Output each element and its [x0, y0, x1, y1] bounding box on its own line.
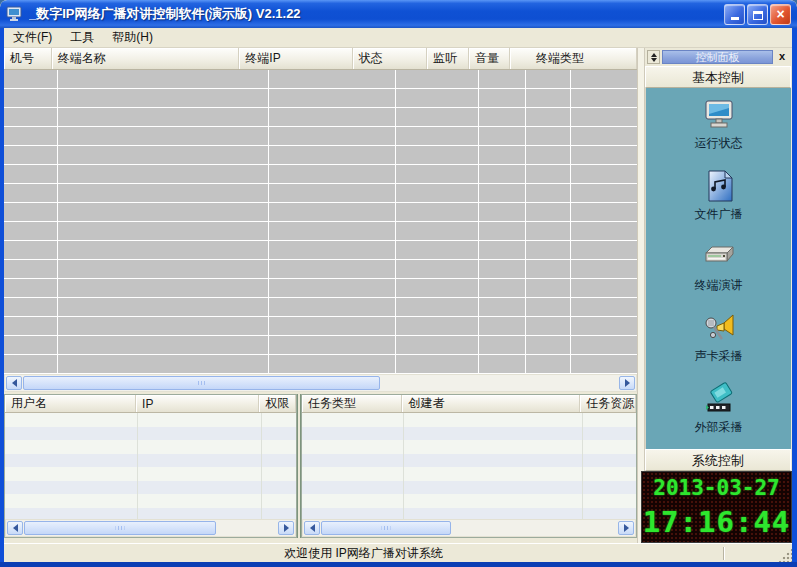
scroll-thumb[interactable] — [24, 521, 216, 535]
clock-date: 2013-03-27 — [642, 473, 791, 503]
users-table-body[interactable] — [5, 413, 296, 519]
basic-control-header[interactable]: 基本控制 — [645, 66, 791, 88]
col-task-resource[interactable]: 任务资源 — [580, 395, 636, 412]
scroll-left-button[interactable] — [6, 376, 22, 390]
users-table-header: 用户名 IP 权限 — [5, 395, 296, 413]
external-capture-item[interactable]: 外部采播 — [695, 382, 743, 436]
grid-line — [268, 70, 269, 374]
control-panel-caption: 控制面板 x — [645, 48, 791, 66]
maximize-button[interactable] — [747, 4, 768, 25]
col-creator[interactable]: 创建者 — [402, 395, 580, 412]
menu-bar: 文件(F) 工具 帮助(H) — [4, 28, 792, 48]
scroll-thumb[interactable] — [321, 521, 451, 535]
arrow-left-icon — [306, 524, 315, 532]
users-hscrollbar — [5, 519, 296, 537]
scroll-track[interactable] — [23, 376, 618, 390]
led-clock: 2013-03-27 17:16:44 — [641, 471, 792, 543]
app-window: _数字IP网络广播对讲控制软件(演示版) V2.1.22 × 文件(F) 工具 … — [0, 0, 797, 567]
run-status-item[interactable]: 运行状态 — [695, 98, 743, 152]
grid-line — [570, 70, 571, 374]
file-broadcast-label: 文件广播 — [695, 206, 743, 223]
menu-help[interactable]: 帮助(H) — [103, 27, 162, 48]
col-terminal-ip[interactable]: 终端IP — [239, 48, 352, 69]
arrow-down-icon — [651, 58, 657, 65]
window-border-right — [792, 28, 797, 562]
mic-speaker-icon — [700, 311, 738, 345]
run-status-label: 运行状态 — [695, 135, 743, 152]
grid-line — [478, 70, 479, 374]
col-terminal-name[interactable]: 终端名称 — [52, 48, 240, 69]
external-capture-label: 外部采播 — [695, 419, 743, 436]
users-panel: 用户名 IP 权限 — [4, 394, 297, 538]
window-border-bottom — [0, 562, 797, 567]
col-status[interactable]: 状态 — [353, 48, 427, 69]
terminal-device-icon — [700, 240, 738, 274]
menu-tools[interactable]: 工具 — [61, 27, 103, 48]
app-icon — [6, 6, 24, 22]
tasks-table-body[interactable] — [302, 413, 636, 519]
file-broadcast-item[interactable]: 文件广播 — [695, 169, 743, 223]
control-panel-body: 运行状态 文件广播 — [645, 88, 791, 449]
resize-grip[interactable] — [778, 548, 792, 562]
tasks-table-header: 任务类型 创建者 任务资源 — [302, 395, 636, 413]
clock-time: 17:16:44 — [642, 503, 791, 541]
system-control-header[interactable]: 系统控制 — [645, 449, 791, 471]
scroll-left-button[interactable] — [304, 521, 320, 535]
scroll-right-button[interactable] — [618, 521, 634, 535]
external-capture-icon — [700, 382, 738, 416]
minimize-icon — [731, 17, 739, 20]
arrow-right-icon — [624, 524, 633, 532]
grid-line — [403, 413, 404, 519]
grid-line — [395, 70, 396, 374]
menu-file[interactable]: 文件(F) — [4, 27, 61, 48]
status-separator — [723, 547, 724, 560]
col-task-type[interactable]: 任务类型 — [302, 395, 402, 412]
minimize-button[interactable] — [724, 4, 745, 25]
scroll-track[interactable] — [321, 521, 617, 535]
soundcard-capture-item[interactable]: 声卡采播 — [695, 311, 743, 365]
grid-line — [582, 413, 583, 519]
col-monitor[interactable]: 监听 — [427, 48, 469, 69]
status-message: 欢迎使用 IP网络广播对讲系统 — [4, 545, 723, 562]
terminal-table-body[interactable] — [4, 70, 637, 374]
maximize-icon — [753, 11, 763, 20]
tasks-hscrollbar — [302, 519, 636, 537]
panel-close-button[interactable]: x — [775, 50, 789, 64]
soundcard-capture-label: 声卡采播 — [695, 348, 743, 365]
scroll-right-button[interactable] — [619, 376, 635, 390]
grid-line — [525, 70, 526, 374]
arrow-right-icon — [284, 524, 293, 532]
control-panel-title[interactable]: 控制面板 — [662, 50, 773, 64]
col-username[interactable]: 用户名 — [5, 395, 136, 412]
scroll-left-button[interactable] — [7, 521, 23, 535]
grid-line — [137, 413, 138, 519]
col-terminal-type[interactable]: 终端类型 — [510, 48, 637, 69]
titlebar: _数字IP网络广播对讲控制软件(演示版) V2.1.22 × — [0, 0, 797, 28]
arrow-right-icon — [625, 379, 634, 387]
window-title: _数字IP网络广播对讲控制软件(演示版) V2.1.22 — [29, 5, 724, 23]
terminal-table-header: 机号 终端名称 终端IP 状态 监听 音量 终端类型 — [4, 48, 637, 70]
col-machine-no[interactable]: 机号 — [4, 48, 52, 69]
panel-splitter[interactable] — [637, 48, 645, 543]
window-border-left — [0, 28, 4, 562]
terminal-speech-label: 终端演讲 — [695, 277, 743, 294]
terminal-table-hscrollbar — [4, 374, 637, 392]
arrow-left-icon — [8, 379, 17, 387]
monitor-icon — [700, 98, 738, 132]
col-permission[interactable]: 权限 — [259, 395, 296, 412]
arrow-left-icon — [9, 524, 18, 532]
col-volume[interactable]: 音量 — [469, 48, 510, 69]
file-music-icon — [700, 169, 738, 203]
arrow-up-icon — [651, 50, 657, 57]
panel-collapse-button[interactable] — [647, 50, 660, 64]
close-button[interactable]: × — [770, 4, 791, 25]
scroll-track[interactable] — [24, 521, 277, 535]
close-icon: × — [776, 7, 784, 21]
scroll-right-button[interactable] — [278, 521, 294, 535]
grid-line — [261, 413, 262, 519]
terminal-speech-item[interactable]: 终端演讲 — [695, 240, 743, 294]
scroll-thumb[interactable] — [23, 376, 380, 390]
col-ip[interactable]: IP — [136, 395, 259, 412]
status-bar: 欢迎使用 IP网络广播对讲系统 — [4, 543, 792, 562]
tasks-panel: 任务类型 创建者 任务资源 — [301, 394, 637, 538]
